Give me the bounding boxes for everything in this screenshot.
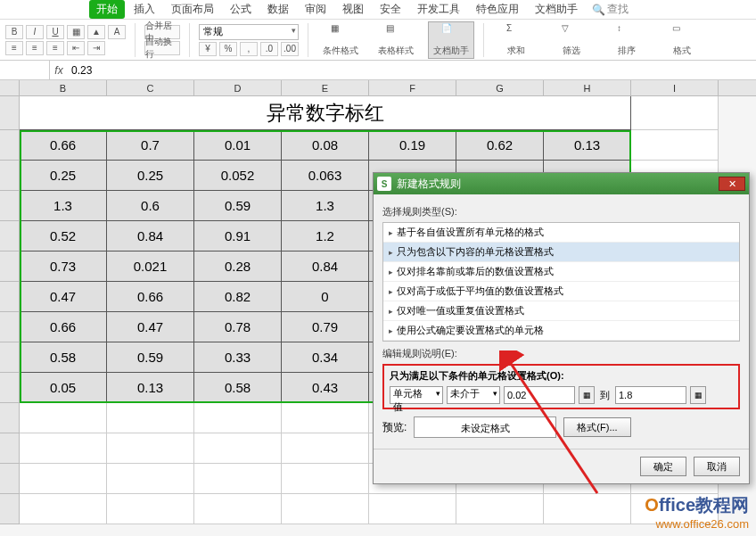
cell[interactable]: 0.91 [194, 221, 282, 252]
row-header[interactable] [0, 433, 20, 464]
cell[interactable] [282, 403, 369, 433]
border-button[interactable]: ▦ [67, 25, 85, 39]
cell[interactable]: 0.84 [107, 221, 194, 252]
cell[interactable]: 0.52 [20, 221, 107, 252]
cell[interactable] [631, 96, 719, 130]
font-color-button[interactable]: A [108, 25, 126, 39]
close-button[interactable]: ✕ [719, 177, 745, 191]
italic-button[interactable]: I [26, 25, 44, 39]
cell[interactable] [107, 494, 194, 524]
rule-type-item[interactable]: 仅对唯一值或重复值设置格式 [383, 301, 739, 321]
row-header[interactable] [0, 252, 20, 282]
cell[interactable]: 0.58 [194, 373, 282, 403]
currency-button[interactable]: ¥ [199, 42, 217, 56]
align-right-button[interactable]: ≡ [46, 41, 64, 55]
col-header[interactable]: H [544, 80, 631, 95]
value1-input[interactable] [504, 386, 575, 404]
ok-button[interactable]: 确定 [640, 457, 686, 476]
cell[interactable]: 0.66 [20, 130, 107, 161]
cell[interactable]: 0.34 [282, 342, 369, 373]
fx-label[interactable]: fx [50, 64, 68, 77]
tab-special[interactable]: 特色应用 [469, 0, 526, 19]
indent-inc-button[interactable]: ⇥ [87, 41, 105, 55]
rule-type-item[interactable]: 只为包含以下内容的单元格设置格式 [383, 243, 739, 262]
cell[interactable] [20, 494, 107, 524]
cell[interactable]: 0.59 [194, 191, 282, 221]
cell[interactable]: 0.79 [282, 312, 369, 342]
dec-inc-button[interactable]: .0 [260, 42, 278, 56]
cell[interactable]: 0.13 [107, 373, 194, 403]
col-header[interactable]: I [631, 80, 719, 95]
cell[interactable]: 0.59 [107, 342, 194, 373]
cell[interactable]: 0.78 [194, 312, 282, 342]
rule-type-item[interactable]: 使用公式确定要设置格式的单元格 [383, 321, 739, 341]
tab-view[interactable]: 视图 [335, 0, 371, 19]
row-header[interactable] [0, 161, 20, 191]
cell[interactable]: 0 [282, 282, 369, 312]
format-button[interactable]: ▭格式 [659, 21, 705, 59]
row-header[interactable] [0, 464, 20, 494]
cell[interactable] [20, 403, 107, 433]
col-header[interactable]: C [107, 80, 194, 95]
cell[interactable]: 0.19 [369, 130, 456, 161]
cell[interactable]: 0.13 [544, 130, 631, 161]
rule-type-item[interactable]: 仅对排名靠前或靠后的数值设置格式 [383, 262, 739, 282]
cell[interactable]: 0.33 [194, 342, 282, 373]
tab-data[interactable]: 数据 [260, 0, 296, 19]
cell[interactable] [194, 494, 282, 524]
cell[interactable] [544, 494, 631, 524]
fill-color-button[interactable]: ▲ [87, 25, 105, 39]
align-center-button[interactable]: ≡ [26, 41, 44, 55]
search-box[interactable]: 🔍查找 [592, 2, 629, 17]
cell[interactable]: 1.3 [20, 191, 107, 221]
cell[interactable]: 0.01 [194, 130, 282, 161]
sum-button[interactable]: Σ求和 [493, 21, 539, 59]
cell[interactable]: 0.7 [107, 130, 194, 161]
cell[interactable]: 0.25 [107, 161, 194, 191]
bold-button[interactable]: B [5, 25, 23, 39]
cell[interactable] [369, 494, 456, 524]
cell[interactable] [631, 130, 719, 161]
row-header[interactable] [0, 130, 20, 161]
rule-type-item[interactable]: 基于各自值设置所有单元格的格式 [383, 223, 739, 243]
cancel-button[interactable]: 取消 [694, 457, 740, 476]
dialog-titlebar[interactable]: S 新建格式规则 ✕ [374, 173, 749, 194]
cell[interactable] [107, 403, 194, 433]
row-header[interactable] [0, 494, 20, 524]
dec-dec-button[interactable]: .00 [281, 42, 299, 56]
row-header[interactable] [0, 373, 20, 403]
tab-dochelper[interactable]: 文档助手 [528, 0, 585, 19]
operator-select[interactable]: 未介于 [447, 386, 500, 404]
cond-format-button[interactable]: ▦条件格式 [317, 21, 364, 59]
cell[interactable] [20, 464, 107, 494]
cell[interactable] [282, 433, 369, 464]
doc-helper-button[interactable]: 📄文档助手 [428, 21, 474, 59]
cell[interactable]: 1.2 [282, 221, 369, 252]
title-cell[interactable]: 异常数字标红 [20, 96, 631, 130]
cell[interactable]: 0.82 [194, 282, 282, 312]
cell[interactable]: 0.25 [20, 161, 107, 191]
indent-dec-button[interactable]: ⇤ [67, 41, 85, 55]
cell[interactable] [456, 494, 544, 524]
sort-button[interactable]: ↕排序 [604, 21, 650, 59]
cell-style-button[interactable]: ▤表格样式 [373, 21, 419, 59]
tab-insert[interactable]: 插入 [127, 0, 162, 19]
col-header[interactable]: D [194, 80, 282, 95]
value2-input[interactable] [615, 386, 686, 404]
cell[interactable]: 0.05 [20, 373, 107, 403]
row-header[interactable] [0, 96, 20, 130]
align-left-button[interactable]: ≡ [5, 41, 23, 55]
range-picker-2[interactable]: ▦ [690, 386, 706, 404]
comma-button[interactable]: , [240, 42, 258, 56]
tab-dev[interactable]: 开发工具 [410, 0, 467, 19]
cell[interactable]: 0.43 [282, 373, 369, 403]
cell[interactable]: 0.58 [20, 342, 107, 373]
filter-button[interactable]: ▽筛选 [548, 21, 595, 59]
col-header[interactable]: E [282, 80, 369, 95]
wrap-button[interactable]: 自动换行 [144, 41, 180, 55]
cell[interactable]: 0.6 [107, 191, 194, 221]
tab-security[interactable]: 安全 [373, 0, 408, 19]
cell[interactable] [194, 433, 282, 464]
tab-formula[interactable]: 公式 [223, 0, 259, 19]
number-format-select[interactable]: 常规 [199, 24, 299, 40]
